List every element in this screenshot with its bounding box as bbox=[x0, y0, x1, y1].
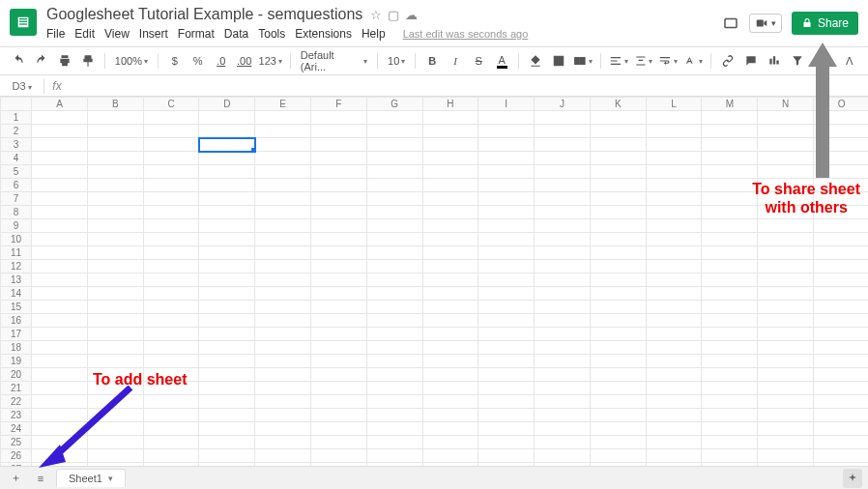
sheet-tab-menu-icon[interactable]: ▾ bbox=[108, 474, 113, 483]
cell[interactable] bbox=[366, 409, 422, 422]
currency-button[interactable]: $ bbox=[166, 51, 184, 71]
cell[interactable] bbox=[366, 355, 422, 368]
cell[interactable] bbox=[422, 449, 478, 463]
cell[interactable] bbox=[199, 233, 255, 246]
cell[interactable] bbox=[646, 125, 702, 138]
merge-cells-button[interactable] bbox=[573, 51, 593, 71]
cell[interactable] bbox=[590, 246, 646, 260]
cell[interactable] bbox=[646, 179, 702, 192]
cell[interactable] bbox=[702, 206, 758, 219]
cell[interactable] bbox=[646, 165, 702, 179]
cell[interactable] bbox=[422, 355, 478, 368]
cell[interactable] bbox=[590, 165, 646, 179]
cell[interactable] bbox=[814, 246, 868, 260]
cell[interactable] bbox=[814, 219, 868, 233]
cell[interactable] bbox=[87, 328, 143, 341]
cell[interactable] bbox=[478, 314, 535, 328]
row-header[interactable]: 14 bbox=[1, 287, 32, 301]
cell[interactable] bbox=[590, 355, 646, 368]
row-header[interactable]: 23 bbox=[1, 409, 32, 422]
cell[interactable] bbox=[478, 152, 535, 165]
cell[interactable] bbox=[646, 382, 702, 395]
cell[interactable] bbox=[199, 301, 255, 314]
row-header[interactable]: 5 bbox=[1, 165, 32, 179]
cell[interactable] bbox=[535, 382, 591, 395]
cell[interactable] bbox=[311, 436, 367, 449]
cell[interactable] bbox=[87, 246, 143, 260]
cell[interactable] bbox=[199, 219, 255, 233]
cell[interactable] bbox=[758, 219, 814, 233]
cell[interactable] bbox=[311, 233, 367, 246]
cell[interactable] bbox=[758, 301, 814, 314]
cell[interactable] bbox=[702, 246, 758, 260]
menu-view[interactable]: View bbox=[104, 27, 130, 41]
cell[interactable] bbox=[422, 409, 478, 422]
row-header[interactable]: 22 bbox=[1, 395, 32, 409]
cloud-status-icon[interactable]: ☁ bbox=[405, 8, 418, 22]
cell[interactable] bbox=[590, 436, 646, 449]
cell[interactable] bbox=[311, 314, 367, 328]
cell[interactable] bbox=[702, 368, 758, 382]
cell[interactable] bbox=[199, 179, 255, 192]
move-icon[interactable]: ▢ bbox=[388, 8, 399, 22]
cell[interactable] bbox=[758, 125, 814, 138]
cell[interactable] bbox=[32, 355, 88, 368]
cell[interactable] bbox=[702, 165, 758, 179]
undo-icon[interactable] bbox=[10, 51, 27, 71]
cell[interactable] bbox=[255, 368, 311, 382]
cell[interactable] bbox=[311, 179, 367, 192]
cell[interactable] bbox=[199, 260, 255, 273]
cell[interactable] bbox=[702, 382, 758, 395]
cell[interactable] bbox=[366, 219, 422, 233]
cell[interactable] bbox=[422, 368, 478, 382]
cell[interactable] bbox=[535, 273, 591, 287]
cell[interactable] bbox=[535, 111, 591, 125]
cell[interactable] bbox=[366, 449, 422, 463]
row-header[interactable]: 17 bbox=[1, 328, 32, 341]
menu-file[interactable]: File bbox=[46, 27, 65, 41]
col-header[interactable]: A bbox=[32, 98, 88, 111]
cell[interactable] bbox=[422, 125, 478, 138]
cell[interactable] bbox=[255, 125, 311, 138]
cell[interactable] bbox=[255, 111, 311, 125]
cell[interactable] bbox=[255, 449, 311, 463]
cell[interactable] bbox=[199, 206, 255, 219]
cell[interactable] bbox=[422, 273, 478, 287]
row-header[interactable]: 10 bbox=[1, 233, 32, 246]
cell[interactable] bbox=[255, 219, 311, 233]
cell[interactable] bbox=[255, 233, 311, 246]
cell[interactable] bbox=[311, 165, 367, 179]
cell[interactable] bbox=[143, 341, 199, 355]
cell[interactable] bbox=[478, 260, 535, 273]
cell[interactable] bbox=[255, 436, 311, 449]
cell[interactable] bbox=[32, 152, 88, 165]
cell[interactable] bbox=[535, 233, 591, 246]
cell[interactable] bbox=[143, 246, 199, 260]
cell[interactable] bbox=[255, 138, 311, 152]
cell[interactable] bbox=[311, 125, 367, 138]
cell[interactable] bbox=[87, 219, 143, 233]
cell[interactable] bbox=[590, 409, 646, 422]
cell[interactable] bbox=[646, 409, 702, 422]
cell[interactable] bbox=[422, 382, 478, 395]
cell[interactable] bbox=[366, 125, 422, 138]
cell[interactable] bbox=[535, 422, 591, 436]
cell[interactable] bbox=[535, 206, 591, 219]
cell[interactable] bbox=[87, 192, 143, 206]
text-color-button[interactable]: A bbox=[493, 51, 510, 71]
cell[interactable] bbox=[590, 287, 646, 301]
cell[interactable] bbox=[255, 152, 311, 165]
cell[interactable] bbox=[702, 328, 758, 341]
cell[interactable] bbox=[478, 422, 535, 436]
cell[interactable] bbox=[143, 152, 199, 165]
cell[interactable] bbox=[422, 328, 478, 341]
cell[interactable] bbox=[311, 449, 367, 463]
cell[interactable] bbox=[814, 449, 868, 463]
cell[interactable] bbox=[199, 138, 255, 152]
cell[interactable] bbox=[758, 273, 814, 287]
cell[interactable] bbox=[32, 328, 88, 341]
cell[interactable] bbox=[478, 165, 535, 179]
cell[interactable] bbox=[143, 409, 199, 422]
cell[interactable] bbox=[87, 273, 143, 287]
cell[interactable] bbox=[478, 287, 535, 301]
